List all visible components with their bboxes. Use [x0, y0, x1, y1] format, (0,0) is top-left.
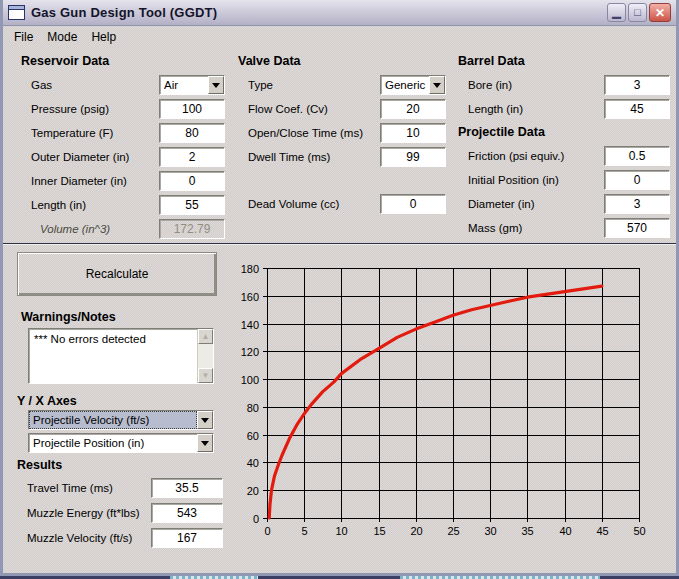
scroll-up-icon[interactable]: ▲ — [198, 329, 213, 344]
muzzle-velocity-field: 167 — [151, 528, 223, 548]
scrollbar-track[interactable] — [198, 344, 213, 368]
maximize-button[interactable]: □ — [628, 3, 647, 22]
results-heading: Results — [17, 458, 223, 472]
volume-label: Volume (in^3) — [31, 223, 159, 235]
muzzle-energy-label: Muzzle Energy (ft*lbs) — [27, 507, 151, 519]
svg-text:30: 30 — [484, 525, 496, 537]
valve-data-heading: Valve Data — [238, 54, 446, 68]
chart-svg: 0510152025303540455002040608010012014016… — [231, 252, 679, 554]
dropdown-arrow-icon — [433, 83, 441, 92]
reservoir-data-section: Reservoir Data Gas Air Pressure (psig) 1… — [21, 54, 225, 243]
flow-coef-field[interactable]: 20 — [380, 99, 446, 119]
svg-text:20: 20 — [410, 525, 422, 537]
friction-field[interactable]: 0.5 — [604, 146, 670, 166]
friction-label: Friction (psi equiv.) — [468, 150, 604, 162]
svg-text:5: 5 — [301, 525, 307, 537]
menu-mode[interactable]: Mode — [42, 28, 86, 46]
inner-diameter-field[interactable]: 0 — [159, 171, 225, 191]
screen: Gas Gun Design Tool (GGDT) ▁ □ ✕ File Mo… — [0, 0, 679, 579]
axes-selectors: Projectile Velocity (ft/s) Projectile Po… — [17, 410, 214, 456]
dropdown-arrow-icon — [212, 83, 220, 92]
svg-text:60: 60 — [247, 430, 259, 442]
initial-position-field[interactable]: 0 — [604, 170, 670, 190]
svg-text:100: 100 — [241, 374, 259, 386]
window-controls: ▁ □ ✕ — [607, 3, 671, 22]
svg-text:10: 10 — [335, 525, 347, 537]
mass-field[interactable]: 570 — [604, 218, 670, 238]
scroll-down-icon[interactable]: ▼ — [198, 368, 213, 383]
barrel-length-field[interactable]: 45 — [604, 99, 670, 119]
valve-type-select[interactable]: Generic — [380, 75, 446, 95]
svg-text:50: 50 — [633, 525, 645, 537]
reservoir-length-field[interactable]: 55 — [159, 195, 225, 215]
flow-coef-label: Flow Coef. (Cv) — [248, 103, 380, 115]
bore-field[interactable]: 3 — [604, 75, 670, 95]
inner-diameter-label: Inner Diameter (in) — [31, 175, 159, 187]
pressure-field[interactable]: 100 — [159, 99, 225, 119]
velocity-position-chart: 0510152025303540455002040608010012014016… — [231, 252, 679, 554]
reservoir-length-label: Length (in) — [31, 199, 159, 211]
menu-file[interactable]: File — [9, 28, 42, 46]
outer-diameter-label: Outer Diameter (in) — [31, 151, 159, 163]
warnings-scrollbar[interactable]: ▲ ▼ — [197, 329, 213, 383]
temperature-field[interactable]: 80 — [159, 123, 225, 143]
dropdown-arrow-icon — [201, 418, 209, 427]
minimize-button[interactable]: ▁ — [607, 3, 626, 22]
dwell-time-label: Dwell Time (ms) — [248, 151, 380, 163]
gas-select[interactable]: Air — [159, 75, 225, 95]
app-icon — [8, 5, 25, 20]
bore-label: Bore (in) — [468, 79, 604, 91]
pressure-label: Pressure (psig) — [31, 103, 159, 115]
barrel-data-heading: Barrel Data — [458, 54, 670, 68]
travel-time-label: Travel Time (ms) — [27, 482, 151, 494]
temperature-label: Temperature (F) — [31, 127, 159, 139]
svg-text:20: 20 — [247, 485, 259, 497]
close-button[interactable]: ✕ — [649, 3, 671, 22]
svg-text:0: 0 — [253, 513, 259, 525]
svg-text:180: 180 — [241, 263, 259, 275]
svg-text:80: 80 — [247, 402, 259, 414]
x-axis-select[interactable]: Projectile Position (in) — [28, 433, 214, 453]
projectile-diameter-field[interactable]: 3 — [604, 194, 670, 214]
barrel-length-label: Length (in) — [468, 103, 604, 115]
gas-label: Gas — [31, 79, 159, 91]
muzzle-energy-field: 543 — [151, 503, 223, 523]
open-close-time-label: Open/Close Time (ms) — [248, 127, 380, 139]
warnings-text: *** No errors detected — [29, 329, 197, 383]
svg-text:15: 15 — [373, 525, 385, 537]
svg-text:0: 0 — [264, 525, 270, 537]
svg-text:40: 40 — [247, 457, 259, 469]
open-close-time-field[interactable]: 10 — [380, 123, 446, 143]
svg-text:25: 25 — [447, 525, 459, 537]
svg-text:35: 35 — [521, 525, 533, 537]
dropdown-arrow-icon — [201, 441, 209, 450]
travel-time-field: 35.5 — [151, 478, 223, 498]
title-bar[interactable]: Gas Gun Design Tool (GGDT) ▁ □ ✕ — [3, 0, 676, 26]
outer-diameter-field[interactable]: 2 — [159, 147, 225, 167]
projectile-data-heading: Projectile Data — [458, 125, 670, 139]
projectile-diameter-label: Diameter (in) — [468, 198, 604, 210]
recalculate-button[interactable]: Recalculate — [17, 252, 217, 296]
dwell-time-field[interactable]: 99 — [380, 147, 446, 167]
results-section: Results Travel Time (ms) 35.5 Muzzle Ene… — [17, 458, 223, 553]
mass-label: Mass (gm) — [468, 222, 604, 234]
section-divider — [3, 243, 676, 244]
menu-help[interactable]: Help — [86, 28, 125, 46]
warnings-textbox[interactable]: *** No errors detected ▲ ▼ — [28, 328, 214, 384]
volume-field: 172.79 — [159, 219, 225, 239]
svg-text:140: 140 — [241, 319, 259, 331]
dead-volume-label: Dead Volume (cc) — [248, 198, 380, 210]
warnings-heading: Warnings/Notes — [21, 310, 116, 324]
initial-position-label: Initial Position (in) — [468, 174, 604, 186]
app-window: Gas Gun Design Tool (GGDT) ▁ □ ✕ File Mo… — [0, 0, 679, 576]
svg-text:45: 45 — [596, 525, 608, 537]
window-title: Gas Gun Design Tool (GGDT) — [31, 5, 217, 20]
svg-text:160: 160 — [241, 291, 259, 303]
svg-text:120: 120 — [241, 346, 259, 358]
svg-text:40: 40 — [559, 525, 571, 537]
valve-type-label: Type — [248, 79, 380, 91]
reservoir-data-heading: Reservoir Data — [21, 54, 225, 68]
muzzle-velocity-label: Muzzle Velocity (ft/s) — [27, 532, 151, 544]
y-axis-select[interactable]: Projectile Velocity (ft/s) — [28, 410, 214, 430]
dead-volume-field[interactable]: 0 — [380, 194, 446, 214]
